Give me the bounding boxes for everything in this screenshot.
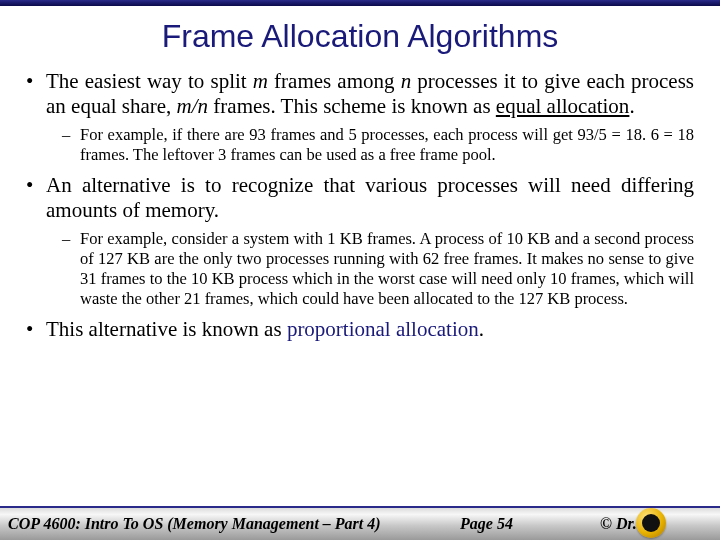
var-n: n [401,69,412,93]
slide-content: The easiest way to split m frames among … [0,69,720,342]
term-proportional-allocation: proportional allocation [287,317,479,341]
footer-page: Page 54 [460,515,513,533]
footer-copyright: © Dr. [600,515,637,533]
bullet-equal-allocation: The easiest way to split m frames among … [26,69,694,165]
text: . [479,317,484,341]
text: This alternative is known as [46,317,287,341]
text: The easiest way to split [46,69,253,93]
sub-bullet-example-1: For example, if there are 93 frames and … [62,125,694,165]
bullet-proportional-allocation: This alternative is known as proportiona… [26,317,694,342]
var-mn: m/n [177,94,209,118]
sub-bullet-example-2: For example, consider a system with 1 KB… [62,229,694,308]
footer-bar: COP 4600: Intro To OS (Memory Management… [0,506,720,540]
text: frames. This scheme is known as [208,94,496,118]
text: . [629,94,634,118]
bullet-alternative: An alternative is to recognize that vari… [26,173,694,309]
text: frames among [268,69,401,93]
term-equal-allocation: equal allocation [496,94,630,118]
ucf-logo-icon [636,508,666,538]
var-m: m [253,69,268,93]
footer-course: COP 4600: Intro To OS (Memory Management… [8,515,381,533]
slide-title: Frame Allocation Algorithms [0,6,720,69]
